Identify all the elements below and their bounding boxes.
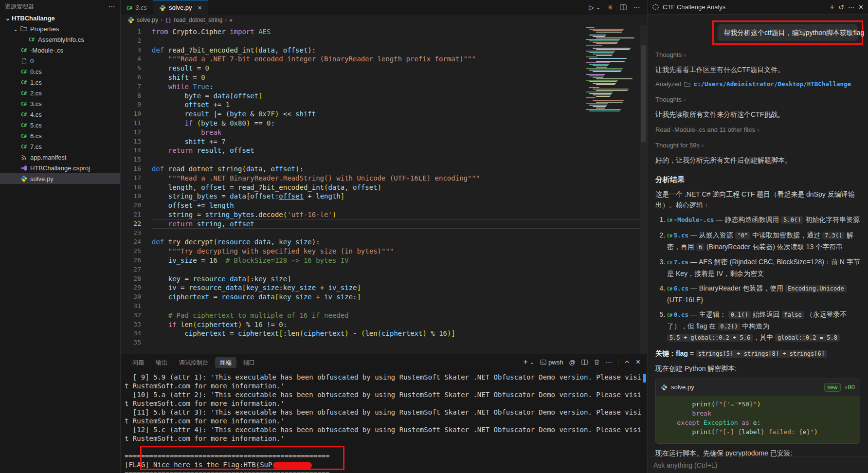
pwsh-shell-item[interactable]: pwsh — [540, 359, 563, 366]
thoughts-toggle[interactable]: Thoughts› — [655, 94, 860, 105]
chat-title: CTF Challenge Analys — [663, 3, 826, 11]
tree-item-0-cs[interactable]: C#0.cs — [0, 66, 120, 77]
thought-duration-toggle[interactable]: Thought for 59s› — [655, 140, 860, 151]
split-terminal-icon[interactable] — [581, 359, 588, 365]
chevron-down-icon[interactable]: ⌄ — [530, 359, 534, 365]
code-line: break — [152, 128, 647, 137]
tree-item-htbchallange[interactable]: ⌄HTBChallange — [0, 13, 120, 23]
tree-item-app-manifest[interactable]: app.manifest — [0, 152, 120, 163]
split-editor-icon[interactable] — [620, 4, 627, 11]
terminal-line: [10] 5.a (attr 2): 'This executable has … — [125, 390, 643, 399]
tree-item-solve-py[interactable]: solve.py — [0, 173, 120, 184]
new-chat-icon[interactable]: + — [830, 3, 834, 12]
breadcrumb-symbol[interactable]: read_dotnet_string — [174, 17, 222, 23]
line-number: 33 — [121, 320, 152, 329]
csharp-icon: C# — [19, 80, 28, 85]
panel-tab-输出[interactable]: 输出 — [151, 357, 172, 368]
tree-item-5-cs[interactable]: C#5.cs — [0, 120, 120, 130]
more-actions-icon[interactable]: ⋯ — [848, 3, 855, 11]
inline-code-chip: 0.2() — [718, 323, 740, 330]
tree-item-6-cs[interactable]: C#6.cs — [0, 130, 120, 141]
tree-item-label: -Module-.cs — [30, 47, 63, 54]
csharp-icon: C# — [19, 101, 28, 107]
history-icon[interactable]: ↺ — [838, 3, 844, 11]
analyzed-row[interactable]: Analyzed c:/Users/Administrator/Desktop/… — [655, 79, 860, 90]
finding-text: — 静态构造函数调用 — [714, 216, 781, 223]
at-icon[interactable]: @ — [569, 359, 575, 366]
more-actions-icon[interactable]: ⋯ — [108, 2, 115, 10]
python-icon — [19, 175, 28, 182]
tree-item-assemblyinfo-cs[interactable]: C#AssemblyInfo.cs — [0, 34, 120, 45]
tree-item-properties[interactable]: ⌄Properties — [0, 23, 120, 34]
close-icon[interactable]: × — [859, 3, 863, 12]
tree-item-4-cs[interactable]: C#4.cs — [0, 109, 120, 120]
run-icon[interactable]: ▷ — [589, 3, 594, 11]
tab-solve-py[interactable]: solve.py × — [153, 0, 208, 15]
code-card-solve-py[interactable]: solve.py new +80 print(f"{'='*50}") brea… — [655, 379, 860, 444]
code-line: key = resource_data[:key_size] — [152, 274, 647, 284]
tree-item--module-cs[interactable]: C#-Module-.cs — [0, 45, 120, 55]
tree-item-3-cs[interactable]: C#3.cs — [0, 98, 120, 109]
terminal-line: t RustemSoft.com for more information.' — [125, 417, 643, 425]
new-terminal-icon[interactable]: + — [524, 358, 528, 366]
maximize-panel-icon[interactable] — [624, 359, 630, 365]
panel-tab-调试控制台[interactable]: 调试控制台 — [174, 357, 213, 368]
analyzed-path[interactable]: c:/Users/Administrator/Desktop/HTBChalla… — [693, 79, 851, 90]
tree-item-label: 1.cs — [30, 79, 42, 86]
tree-item-0[interactable]: 0 — [0, 55, 120, 66]
inline-code-chip: false — [782, 311, 804, 319]
tab-3cs[interactable]: C# 3.cs — [121, 0, 153, 15]
chat-input[interactable] — [653, 461, 862, 469]
tree-item-2-cs[interactable]: C#2.cs — [0, 88, 120, 98]
tree-item-htbchallange-csproj[interactable]: HTBChallange.csproj — [0, 163, 120, 173]
panel-tab-端口[interactable]: 端口 — [238, 357, 260, 368]
close-tab-icon[interactable]: × — [198, 4, 202, 12]
finding-filename[interactable]: 7.cs — [674, 258, 688, 266]
editor-scrollbar[interactable] — [640, 25, 647, 354]
method-symbol-icon: {} — [165, 17, 171, 23]
breadcrumb-file[interactable]: solve.py — [137, 17, 158, 23]
code-line: string = string_bytes.decode('utf-16-le'… — [152, 210, 647, 219]
inline-code-chip: "0" — [735, 232, 751, 239]
csharp-icon: C# — [667, 260, 672, 265]
tree-item-label: 5.cs — [30, 122, 42, 129]
line-number: 2 — [121, 36, 152, 46]
tree-item-1-cs[interactable]: C#1.cs — [0, 77, 120, 88]
code-editor[interactable]: 1234567891011121314151617181920212223242… — [121, 25, 647, 354]
tree-item-7-cs[interactable]: C#7.cs — [0, 141, 120, 152]
finding-filename[interactable]: -Module-.cs — [674, 216, 714, 223]
chevron-down-icon[interactable]: ⌄ — [596, 4, 600, 11]
vsproj-icon — [19, 165, 28, 171]
close-panel-icon[interactable]: × — [636, 358, 640, 366]
vscode-window: 资源管理器 ⋯ ⌄HTBChallange⌄PropertiesC#Assemb… — [0, 0, 868, 473]
terminal-line: [12] 5.c (attr 4): 'This executable has … — [125, 425, 643, 434]
panel-tab-终端[interactable]: 终端 — [215, 357, 236, 368]
findings-list: C#-Module-.cs — 静态构造函数调用 5.0() 初始化字符串资源C… — [658, 214, 860, 343]
code-card-header[interactable]: solve.py new +80 — [656, 379, 860, 396]
finding-filename[interactable]: 0.cs — [674, 311, 688, 318]
extension-starburst-icon[interactable]: ✳ — [607, 3, 613, 11]
code-card-body: print(f"{'='*50}") break except Exceptio… — [656, 396, 860, 443]
file-tree: ⌄HTBChallange⌄PropertiesC#AssemblyInfo.c… — [0, 13, 120, 473]
trash-icon[interactable] — [594, 359, 600, 365]
chevron-right-icon: › — [684, 96, 686, 103]
more-actions-icon[interactable]: ⋯ — [633, 3, 640, 11]
terminal-output[interactable]: [ 9] 5.9 (attr 1): 'This executable has … — [121, 370, 647, 473]
terminal-line: t RustemSoft.com for more information.' — [125, 434, 643, 443]
flag-redaction — [273, 462, 312, 469]
tree-item-label: 0.cs — [30, 68, 42, 75]
thoughts-toggle[interactable]: Thoughts› — [655, 50, 860, 60]
minimap[interactable] — [586, 27, 634, 112]
code-line: result = 0 — [152, 64, 647, 73]
more-actions-icon[interactable]: ⋯ — [606, 359, 612, 366]
code-line: shift = 0 — [152, 73, 647, 82]
terminal-line: [11] 5.b (attr 3): 'This executable has … — [125, 408, 643, 417]
finding-filename[interactable]: 5.cs — [674, 232, 688, 239]
code-line: return result, offset — [152, 146, 647, 155]
tree-item-label: 6.cs — [30, 132, 42, 140]
code-line — [152, 155, 647, 164]
finding-filename[interactable]: 6.cs — [674, 285, 688, 292]
panel-tab-问题[interactable]: 问题 — [127, 357, 149, 368]
breadcrumb[interactable]: solve.py › {} read_dotnet_string › ❖ — [121, 15, 647, 25]
read-files-toggle[interactable]: Read -Module-.cs and 11 other files› — [655, 125, 860, 135]
